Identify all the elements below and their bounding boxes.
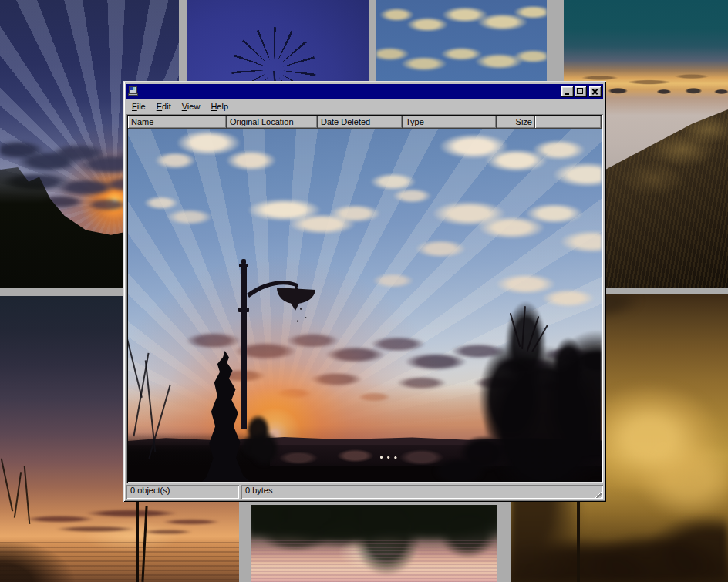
column-header-filler[interactable] [535,116,602,129]
window-controls [561,86,602,97]
status-bar: 0 object(s)0 bytes [126,485,603,499]
menu-item-help[interactable]: Help [206,100,234,113]
menu-item-edit[interactable]: Edit [152,100,177,113]
menu-bar: FileEditViewHelp [126,99,603,114]
right-tree-mass [128,129,602,482]
list-view: NameOriginal LocationDate DeletedTypeSiz… [126,114,603,483]
computer-icon [128,86,140,97]
menu-label: ile [137,102,146,111]
menu-label: dit [162,102,171,111]
column-header-size[interactable]: Size [497,116,535,129]
minimize-icon [565,93,569,95]
minimize-button[interactable] [561,86,574,97]
computer-icon-base [128,93,138,96]
desktop: { "window": { "title": "", "icon": "comp… [0,0,728,582]
menu-label: elp [217,102,228,111]
menu-item-file[interactable]: File [127,100,152,113]
menu-accelerator: V [182,102,187,111]
status-panel-objects: 0 object(s) [126,485,239,499]
maximize-icon [577,88,583,94]
status-panel-bytes: 0 bytes [241,485,603,499]
resize-grip[interactable] [593,489,602,498]
column-header-name[interactable]: Name [128,116,227,129]
menu-accelerator: F [132,102,137,111]
menu-item-view[interactable]: View [177,100,207,113]
column-header-date-deleted[interactable]: Date Deleted [318,116,403,129]
menu-label: iew [187,102,201,111]
reflection-ripples [251,540,497,582]
photo-sunset-reflection [251,505,497,582]
menu-accelerator: E [157,102,162,111]
computer-icon-screen-glint [133,87,135,90]
maximize-button[interactable] [575,86,587,97]
close-button[interactable] [589,86,602,97]
photo-lamppost-sunset [128,129,602,482]
column-header-type[interactable]: Type [403,116,497,129]
recycle-bin-window: FileEditViewHelp NameOriginal LocationDa… [123,81,606,502]
column-header-row: NameOriginal LocationDate DeletedTypeSiz… [128,116,602,129]
dusk-water-ripples [0,542,239,582]
column-header-original-location[interactable]: Original Location [227,116,318,129]
title-bar[interactable] [126,84,603,99]
water-pole [136,498,139,582]
golden-pole [577,502,580,582]
